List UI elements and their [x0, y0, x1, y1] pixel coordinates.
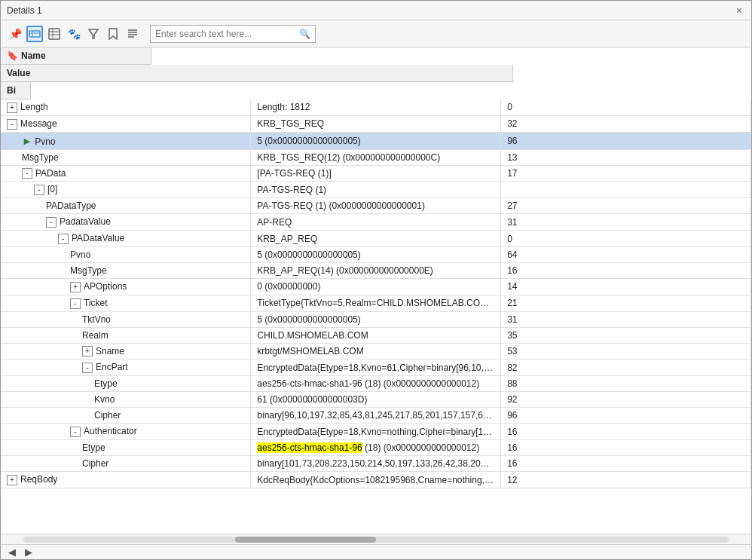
row-name-text: Authenticator	[84, 426, 137, 436]
table-row[interactable]: Pvno5 (0x0000000000000005)64	[1, 246, 751, 262]
expand-icon[interactable]: -	[82, 363, 93, 373]
cell-name: TktVno	[1, 311, 251, 327]
window-title: Details 1	[7, 5, 42, 16]
cell-bi: 16	[501, 456, 751, 472]
cell-name: +ReqBody	[1, 472, 251, 488]
table-row[interactable]: +APOptions0 (0x00000000)14	[1, 278, 751, 295]
main-window: Details 1 × 📌 🐾	[0, 0, 752, 560]
col-header-bi[interactable]: Bi	[1, 82, 31, 99]
nav-left-button[interactable]: ◀	[4, 546, 20, 558]
table-row[interactable]: TktVno5 (0x0000000000000005)31	[1, 311, 751, 327]
expand-icon[interactable]: -	[7, 119, 17, 130]
row-name-text: PADataValue	[72, 233, 124, 243]
filter-icon[interactable]	[85, 26, 102, 42]
pin-icon[interactable]: 📌	[7, 26, 23, 42]
search-input[interactable]	[155, 29, 299, 39]
cell-name: Pvno	[1, 246, 251, 262]
table-row[interactable]: -AuthenticatorEncryptedData{Etype=18,Kvn…	[1, 424, 751, 440]
scrollbar-thumb[interactable]	[235, 537, 376, 543]
cell-bi: 27	[501, 198, 751, 214]
search-box: 🔍	[150, 25, 316, 43]
table-row[interactable]: Kvno61 (0x000000000000003D)92	[1, 392, 751, 408]
expand-icon[interactable]: +	[7, 103, 17, 113]
row-name-text: Etype	[82, 442, 105, 453]
expand-icon[interactable]: -	[46, 217, 57, 228]
cell-value: PA-TGS-REQ (1)	[251, 182, 501, 198]
row-name-text: TktVno	[82, 314, 111, 325]
cell-value: binary[96,10,197,32,85,43,81,245,217,85,…	[251, 408, 501, 424]
cell-value: krbtgt/MSHOMELAB.COM	[251, 343, 501, 360]
table-row[interactable]: MsgTypeKRB_TGS_REQ(12) (0x00000000000000…	[1, 149, 751, 165]
cell-name: -EncPart	[1, 360, 251, 376]
packet-icon[interactable]	[26, 26, 43, 42]
cell-bi: 17	[501, 165, 751, 182]
cell-bi: 32	[501, 115, 751, 132]
cell-name: MsgType	[1, 149, 251, 165]
scrollbar-track[interactable]	[23, 537, 729, 543]
table-row[interactable]: RealmCHILD.MSHOMELAB.COM35	[1, 327, 751, 343]
cell-value: KRB_TGS_REQ(12) (0x000000000000000C)	[251, 149, 501, 165]
col-header-value[interactable]: Value	[1, 65, 513, 82]
cell-name: Cipher	[1, 408, 251, 424]
table-container[interactable]: 🔖 Name Value Bi +LengthLength: 18120-Mes…	[1, 47, 751, 534]
cell-value: 0 (0x00000000)	[251, 278, 501, 295]
bookmark-icon[interactable]	[105, 26, 121, 42]
table-row[interactable]: MsgTypeKRB_AP_REQ(14) (0x000000000000000…	[1, 262, 751, 278]
table-row[interactable]: -MessageKRB_TGS_REQ32	[1, 115, 751, 132]
cell-bi: 16	[501, 262, 751, 278]
value-text: aes256-cts-hmac-sha1-96 (18) (0x00000000…	[257, 442, 479, 453]
cell-value: 5 (0x0000000000000005)	[251, 311, 501, 327]
cell-value: PA-TGS-REQ (1) (0x0000000000000001)	[251, 198, 501, 214]
row-name-text: Length	[20, 102, 48, 112]
highlighted-text: aes256-cts-hmac-sha1-96	[257, 442, 362, 453]
cell-value: AP-REQ	[251, 214, 501, 231]
expand-icon[interactable]: +	[70, 282, 81, 292]
expand-icon[interactable]: -	[34, 185, 44, 195]
row-name-text: Message	[20, 118, 57, 129]
col-header-name[interactable]: 🔖 Name	[1, 47, 151, 65]
bottom-nav: ◀ ▶	[1, 544, 751, 559]
cell-bi: 16	[501, 424, 751, 440]
table-row[interactable]: -PAData[PA-TGS-REQ (1)]17	[1, 165, 751, 182]
cell-value: Length: 1812	[251, 99, 501, 115]
expand-icon[interactable]: -	[58, 234, 69, 244]
horizontal-scrollbar[interactable]	[1, 534, 751, 544]
row-name-text: Kvno	[94, 394, 115, 405]
content-area: 🔖 Name Value Bi +LengthLength: 18120-Mes…	[1, 47, 751, 559]
table-row[interactable]: Etypeaes256-cts-hmac-sha1-96 (18) (0x000…	[1, 440, 751, 456]
expand-icon[interactable]: -	[70, 427, 81, 437]
table-row[interactable]: Cipherbinary[96,10,197,32,85,43,81,245,2…	[1, 408, 751, 424]
close-button[interactable]: ×	[733, 5, 745, 17]
row-arrow: ►	[22, 135, 32, 147]
cell-value: KRB_AP_REQ(14) (0x000000000000000E)	[251, 262, 501, 278]
table-row[interactable]: -TicketTicketType{TktVno=5,Realm=CHILD.M…	[1, 295, 751, 311]
cell-name: MsgType	[1, 262, 251, 278]
table-row[interactable]: -PADataValueKRB_AP_REQ0	[1, 231, 751, 247]
table-row[interactable]: -PadataValueAP-REQ31	[1, 214, 751, 231]
cell-name: -Authenticator	[1, 424, 251, 440]
paw-icon[interactable]: 🐾	[66, 26, 82, 42]
table-row[interactable]: PADataTypePA-TGS-REQ (1) (0x000000000000…	[1, 198, 751, 214]
table-row[interactable]: +ReqBodyKdcReqBody{KdcOptions=1082195968…	[1, 472, 751, 488]
cell-name: -Ticket	[1, 295, 251, 311]
details-table: 🔖 Name Value Bi +LengthLength: 18120-Mes…	[1, 47, 751, 488]
cell-value: EncryptedData{Etype=18,Kvno=61,Cipher=bi…	[251, 360, 501, 376]
table-row[interactable]: ► Pvno5 (0x0000000000000005)96	[1, 132, 751, 149]
table-row[interactable]: Cipherbinary[101,73,208,223,150,214,50,1…	[1, 456, 751, 472]
table-icon[interactable]	[46, 26, 63, 42]
expand-icon[interactable]: -	[22, 168, 32, 179]
cell-name: -[0]	[1, 182, 251, 198]
list-icon[interactable]	[124, 26, 141, 42]
table-row[interactable]: Etypeaes256-cts-hmac-sha1-96 (18) (0x000…	[1, 376, 751, 392]
expand-icon[interactable]: +	[7, 475, 17, 485]
expand-icon[interactable]: +	[82, 346, 93, 357]
table-row[interactable]: -[0]PA-TGS-REQ (1)	[1, 182, 751, 198]
cell-value: KdcReqBody{KdcOptions=1082195968,Cname=n…	[251, 472, 501, 488]
table-row[interactable]: -EncPartEncryptedData{Etype=18,Kvno=61,C…	[1, 360, 751, 376]
table-row[interactable]: +Snamekrbtgt/MSHOMELAB.COM53	[1, 343, 751, 360]
nav-right-button[interactable]: ▶	[20, 546, 37, 558]
cell-name: -PAData	[1, 165, 251, 182]
expand-icon[interactable]: -	[70, 298, 81, 309]
table-row[interactable]: +LengthLength: 18120	[1, 99, 751, 115]
cell-name: +Length	[1, 99, 251, 115]
